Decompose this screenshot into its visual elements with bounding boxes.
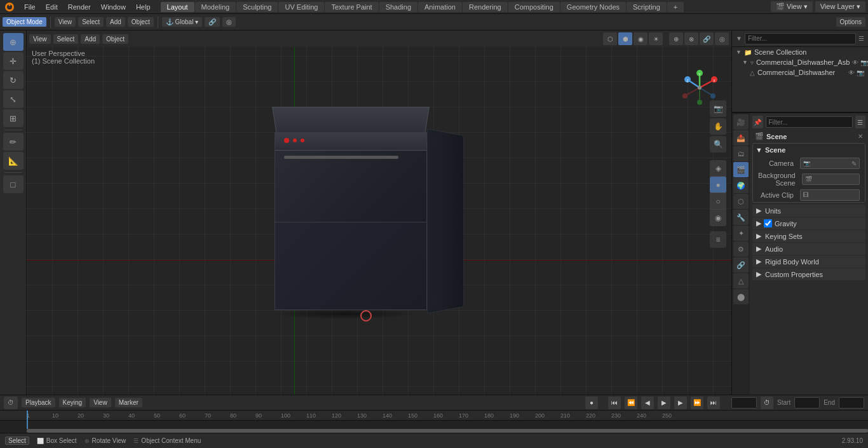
timeline-scrollbar-thumb[interactable] xyxy=(27,429,868,433)
select-menu[interactable]: Select xyxy=(78,17,104,27)
play-btn[interactable]: ▶ xyxy=(658,397,670,409)
prev-frame-btn[interactable]: ◀ xyxy=(641,397,654,409)
visibility-btn-1[interactable]: 👁 xyxy=(852,59,858,66)
add-btn[interactable]: Add xyxy=(81,34,100,44)
camera-view-btn[interactable]: 📷 xyxy=(710,100,726,117)
add-menu[interactable]: Add xyxy=(106,17,125,27)
camera-value[interactable]: 📷 ✎ xyxy=(800,158,860,169)
outliner-item-dishwasher-asb[interactable]: ▼ ▿ Commercial_Dishwasher_Asb 👁 📷 ⊡ xyxy=(732,57,868,67)
grab-btn[interactable]: ✋ xyxy=(710,118,726,135)
snap-toggle[interactable]: 🔗 xyxy=(700,32,714,45)
current-frame-input[interactable]: 1 xyxy=(731,397,757,409)
options-btn[interactable]: Options xyxy=(836,17,865,27)
props-tab-constraints[interactable]: 🔗 xyxy=(733,257,749,273)
props-tab-particles[interactable]: ✦ xyxy=(733,226,749,241)
props-tab-view-layer[interactable]: 🗂 xyxy=(733,146,749,161)
move-tool[interactable]: ✛ xyxy=(3,52,24,70)
marker-menu[interactable]: Marker xyxy=(115,398,142,407)
props-tab-object-data[interactable]: △ xyxy=(733,273,749,288)
measure-tool[interactable]: 📐 xyxy=(3,152,24,170)
keying-sets-section[interactable]: ▶ Keying Sets xyxy=(752,230,865,242)
units-section[interactable]: ▶ Units xyxy=(752,205,865,217)
tab-rendering[interactable]: Rendering xyxy=(463,2,508,12)
next-frame-btn[interactable]: ▶ xyxy=(674,397,687,409)
vp-solid-btn[interactable]: ● xyxy=(710,177,726,193)
object-btn[interactable]: Object xyxy=(102,34,128,44)
props-tab-output[interactable]: 📤 xyxy=(733,130,749,146)
outliner-sort-btn[interactable]: ☰ xyxy=(858,35,864,42)
timeline-track[interactable]: 1 10 20 30 40 50 60 70 80 90 100 110 120… xyxy=(0,411,868,433)
menu-file[interactable]: File xyxy=(19,2,41,12)
camera-edit-btn[interactable]: ✎ xyxy=(851,160,857,167)
start-frame-input[interactable]: 1 xyxy=(794,397,820,409)
props-search[interactable] xyxy=(766,116,853,128)
scene-selector[interactable]: 🎬 View ▾ xyxy=(771,1,813,12)
props-tab-material[interactable]: ⬤ xyxy=(733,289,749,304)
zoom-btn[interactable]: 🔍 xyxy=(710,136,726,153)
material-btn[interactable]: ◉ xyxy=(634,32,648,45)
tab-add[interactable]: + xyxy=(667,2,684,12)
vp-wire-btn[interactable]: ○ xyxy=(710,193,726,210)
tab-sculpting[interactable]: Sculpting xyxy=(236,2,278,12)
props-tab-world[interactable]: 🌍 xyxy=(733,178,749,193)
proportional-toggle[interactable]: ◎ xyxy=(715,32,729,45)
tab-shading[interactable]: Shading xyxy=(379,2,417,12)
view-layer-selector[interactable]: View Layer ▾ xyxy=(815,1,865,12)
visibility-btn-2[interactable]: 👁 xyxy=(848,69,855,76)
transform-tool[interactable]: ⊞ xyxy=(3,109,24,127)
props-filter-btn[interactable]: ☰ xyxy=(855,116,866,128)
end-frame-input[interactable]: 250 xyxy=(839,397,864,409)
view-menu[interactable]: View xyxy=(55,17,76,27)
props-collapse-btn[interactable]: ✕ xyxy=(858,133,863,140)
scale-tool[interactable]: ⤡ xyxy=(3,90,24,108)
keying-menu[interactable]: Keying xyxy=(59,398,86,407)
wireframe-btn[interactable]: ⬡ xyxy=(603,32,617,45)
annotate-tool[interactable]: ✏ xyxy=(3,133,24,151)
select-btn[interactable]: Select xyxy=(53,34,79,44)
background-scene-value[interactable]: 🎬 xyxy=(802,173,860,185)
overlay-btn[interactable]: ⊕ xyxy=(669,32,683,45)
tab-modeling[interactable]: Modeling xyxy=(195,2,236,12)
prev-keyframe-btn[interactable]: ⏪ xyxy=(625,397,637,409)
tab-layout[interactable]: Layout xyxy=(161,2,194,12)
add-cube-tool[interactable]: □ xyxy=(3,175,24,193)
props-tab-render[interactable]: 🎥 xyxy=(733,114,749,130)
props-tab-scene[interactable]: 🎬 xyxy=(733,162,749,177)
audio-section[interactable]: ▶ Audio xyxy=(752,243,865,255)
vp-render-btn[interactable]: ◉ xyxy=(710,210,726,226)
render-btn-2[interactable]: 📷 xyxy=(857,69,864,76)
object-menu[interactable]: Object xyxy=(128,17,154,27)
tab-texture-paint[interactable]: Texture Paint xyxy=(325,2,378,12)
timeline-view-menu[interactable]: View xyxy=(90,398,111,407)
tab-animation[interactable]: Animation xyxy=(418,2,462,12)
outliner-scene-collection[interactable]: ▼ 📁 Scene Collection xyxy=(732,47,868,57)
timeline-scrollbar-track[interactable] xyxy=(27,429,868,433)
viewport[interactable]: View Select Add Object ⬡ ⬢ ◉ ☀ ⊕ ⊗ 🔗 ◎ U… xyxy=(27,31,731,395)
custom-properties-section[interactable]: ▶ Custom Properties xyxy=(752,268,865,280)
transform-global[interactable]: ⚓ Global ▾ xyxy=(162,17,202,27)
view-btn[interactable]: View xyxy=(29,34,51,44)
render-btn-1[interactable]: 📷 xyxy=(860,59,868,66)
scene-section-header[interactable]: ▼ Scene xyxy=(753,144,865,156)
vp-material-btn[interactable]: ◈ xyxy=(710,160,726,177)
collection-toggle-btn[interactable]: ≡ xyxy=(710,231,726,248)
menu-edit[interactable]: Edit xyxy=(41,2,63,12)
rigid-body-world-section[interactable]: ▶ Rigid Body World xyxy=(752,255,865,268)
props-tab-modifier[interactable]: 🔧 xyxy=(733,210,749,225)
active-clip-value[interactable]: 🎞 xyxy=(800,189,860,201)
tab-uv-editing[interactable]: UV Editing xyxy=(278,2,324,12)
record-btn[interactable]: ● xyxy=(585,397,598,409)
frame-step-btn[interactable]: ⏱ xyxy=(761,397,773,409)
menu-window[interactable]: Window xyxy=(96,2,131,12)
playback-menu[interactable]: Playback xyxy=(22,398,55,407)
tab-scripting[interactable]: Scripting xyxy=(627,2,667,12)
proportional-btn[interactable]: ◎ xyxy=(222,17,236,27)
props-tab-physics[interactable]: ⚙ xyxy=(733,241,749,257)
gravity-checkbox[interactable] xyxy=(764,219,772,227)
mode-selector[interactable]: Object Mode xyxy=(3,17,46,27)
snap-btn[interactable]: 🔗 xyxy=(205,17,220,27)
cursor-tool[interactable]: ⊕ xyxy=(3,33,24,51)
jump-start-btn[interactable]: ⏮ xyxy=(608,397,621,409)
props-tab-object[interactable]: ⬡ xyxy=(733,194,749,209)
jump-end-btn[interactable]: ⏭ xyxy=(707,397,720,409)
